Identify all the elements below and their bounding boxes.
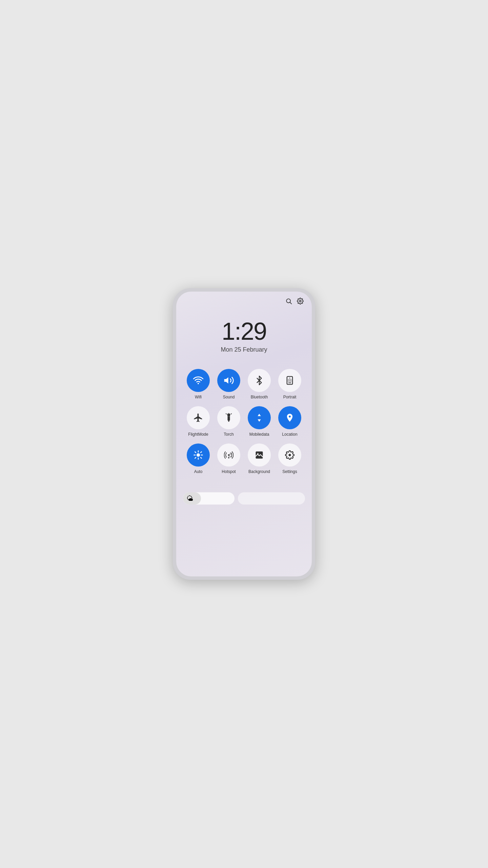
- brightness-row: 🌤: [176, 486, 312, 505]
- tile-sound[interactable]: Sound: [214, 367, 244, 401]
- sound-icon: [223, 375, 234, 386]
- tile-portrait-label: Portrait: [283, 395, 297, 399]
- bluetooth-icon: [255, 376, 264, 385]
- tile-wifi-label: Wifi: [195, 395, 202, 399]
- tile-portrait-circle: [278, 369, 301, 392]
- tile-mobiledata[interactable]: Mobiledata: [244, 404, 274, 439]
- gear-icon[interactable]: [297, 298, 304, 306]
- tile-mobiledata-circle: [248, 406, 271, 429]
- tile-torch-circle: [217, 406, 240, 429]
- tile-bluetooth-circle: [248, 369, 271, 392]
- svg-line-16: [201, 457, 202, 458]
- sun-icon: 🌤: [186, 495, 193, 502]
- tile-location[interactable]: Location: [274, 404, 305, 439]
- svg-line-17: [201, 452, 202, 453]
- tile-background-label: Background: [248, 469, 270, 474]
- svg-rect-5: [288, 379, 292, 382]
- tile-settings-circle: [278, 443, 301, 467]
- search-icon[interactable]: [285, 298, 292, 306]
- brightness-extra: [238, 492, 305, 505]
- svg-line-15: [195, 452, 196, 453]
- svg-line-18: [195, 457, 196, 458]
- tile-hotspot-label: Hotspot: [222, 469, 236, 474]
- tile-mobiledata-label: Mobiledata: [249, 432, 269, 437]
- background-icon: [255, 450, 264, 460]
- tile-location-label: Location: [282, 432, 297, 437]
- tile-location-circle: [278, 406, 301, 429]
- auto-brightness-icon: [193, 450, 203, 460]
- tile-sound-circle: [217, 369, 240, 392]
- svg-line-1: [290, 302, 292, 304]
- tile-wifi[interactable]: Wifi: [183, 367, 214, 401]
- tile-background-circle: [248, 443, 271, 467]
- phone-outer: 1:29 Mon 25 February Wifi: [173, 288, 315, 580]
- svg-point-2: [300, 300, 301, 302]
- tile-sound-label: Sound: [223, 395, 235, 399]
- tile-settings-label: Settings: [282, 469, 297, 474]
- tile-flightmode-label: FlightMode: [188, 432, 208, 437]
- tile-wifi-circle: [187, 369, 210, 392]
- tile-auto[interactable]: Auto: [183, 441, 214, 476]
- tile-flightmode[interactable]: FlightMode: [183, 404, 214, 439]
- svg-line-8: [226, 414, 226, 414]
- svg-point-22: [257, 453, 259, 454]
- settings-icon: [285, 450, 294, 460]
- status-bar: [176, 292, 312, 309]
- tile-hotspot-circle: [217, 443, 240, 467]
- clock-date: Mon 25 February: [221, 346, 267, 353]
- wifi-icon: [193, 375, 204, 386]
- tile-flightmode-circle: [187, 406, 210, 429]
- svg-point-3: [198, 383, 199, 384]
- tile-settings[interactable]: Settings: [274, 441, 305, 476]
- svg-point-10: [197, 453, 200, 457]
- quick-tiles-grid: Wifi Sound: [176, 367, 312, 476]
- tile-hotspot[interactable]: Hotspot: [214, 441, 244, 476]
- svg-point-23: [289, 454, 291, 456]
- clock-time: 1:29: [222, 319, 266, 343]
- tile-background[interactable]: Background: [244, 441, 274, 476]
- tile-torch-label: Torch: [224, 432, 233, 437]
- hotspot-icon: [224, 450, 233, 460]
- tile-auto-circle: [187, 443, 210, 467]
- svg-line-9: [231, 414, 231, 414]
- tile-auto-label: Auto: [194, 469, 203, 474]
- flight-icon: [193, 413, 203, 423]
- tile-portrait[interactable]: Portrait: [274, 367, 305, 401]
- clock-area: 1:29 Mon 25 February: [176, 319, 312, 353]
- location-icon: [285, 413, 294, 422]
- mobiledata-icon: [255, 413, 264, 422]
- torch-icon: [224, 413, 233, 422]
- tile-bluetooth-label: Bluetooth: [251, 395, 268, 399]
- svg-point-19: [228, 457, 229, 458]
- portrait-icon: [285, 376, 294, 385]
- phone-screen: 1:29 Mon 25 February Wifi: [176, 292, 312, 576]
- brightness-slider[interactable]: 🌤: [183, 492, 235, 505]
- tile-bluetooth[interactable]: Bluetooth: [244, 367, 274, 401]
- svg-rect-6: [228, 417, 230, 421]
- svg-point-20: [228, 454, 230, 456]
- tile-torch[interactable]: Torch: [214, 404, 244, 439]
